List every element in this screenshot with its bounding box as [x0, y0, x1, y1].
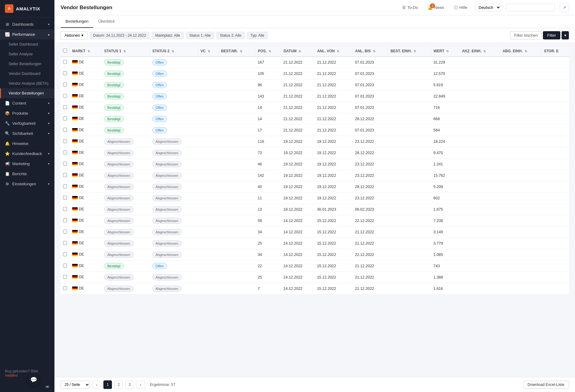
cell-akz-einh: [459, 249, 500, 261]
row-checkbox-cell[interactable]: [61, 80, 70, 91]
row-checkbox[interactable]: [63, 105, 67, 109]
sidebar-item-vendor-analyse[interactable]: Vendor Analyse (BETA): [0, 79, 54, 88]
tab-bestellungen[interactable]: Bestellungen: [61, 15, 93, 28]
col-pos[interactable]: POS. ⇅: [255, 46, 281, 57]
row-checkbox[interactable]: [63, 252, 67, 256]
prev-page-button[interactable]: ‹: [92, 380, 101, 389]
page-size-select[interactable]: 25 / Seite 50 / Seite 100 / Seite: [61, 381, 90, 389]
row-checkbox-cell[interactable]: [61, 238, 70, 249]
row-checkbox[interactable]: [63, 150, 67, 154]
row-checkbox[interactable]: [63, 162, 67, 166]
collapse-sidebar-button[interactable]: ≪: [0, 381, 54, 392]
sidebar-item-verfugbarkeit[interactable]: 🔧 Verfügbarkeit ▾: [0, 118, 54, 128]
sidebar-item-kundenfeedback[interactable]: ⭐ Kundenfeedback ▾: [0, 149, 54, 159]
row-checkbox-cell[interactable]: [61, 261, 70, 272]
sidebar-item-vendor-bestellungen[interactable]: Vendor Bestellungen: [0, 88, 54, 98]
sidebar-item-marketing[interactable]: 📢 Marketing ▾: [0, 159, 54, 169]
row-checkbox-cell[interactable]: [61, 215, 70, 227]
row-checkbox-cell[interactable]: [61, 125, 70, 136]
row-checkbox-cell[interactable]: [61, 227, 70, 238]
chat-bubble[interactable]: 💬: [28, 374, 40, 386]
col-best-einh[interactable]: BEST. EINH. ⇅: [388, 46, 431, 57]
row-checkbox[interactable]: [63, 139, 67, 143]
col-stor[interactable]: STOR. E: [541, 46, 569, 57]
actions-button[interactable]: Aktionen ▾: [61, 31, 87, 39]
row-checkbox-cell[interactable]: [61, 136, 70, 147]
row-checkbox-cell[interactable]: [61, 272, 70, 283]
row-checkbox-cell[interactable]: [61, 68, 70, 80]
sidebar-item-content[interactable]: 📄 Content ▾: [0, 98, 54, 108]
row-checkbox[interactable]: [63, 264, 67, 268]
row-checkbox-cell[interactable]: [61, 170, 70, 181]
select-all-header[interactable]: [61, 46, 70, 57]
sidebar-item-seller-dashboard[interactable]: Seller Dashboard: [0, 39, 54, 49]
row-checkbox-cell[interactable]: [61, 283, 70, 294]
row-checkbox-cell[interactable]: [61, 193, 70, 204]
col-vc[interactable]: VC ⇅: [198, 46, 218, 57]
row-checkbox[interactable]: [63, 275, 67, 279]
row-checkbox-cell[interactable]: [61, 102, 70, 113]
row-checkbox[interactable]: [63, 230, 67, 234]
row-checkbox[interactable]: [63, 196, 67, 200]
filter-expand-button[interactable]: ▾: [562, 31, 569, 39]
row-checkbox-cell[interactable]: [61, 91, 70, 102]
sidebar-item-hinweise[interactable]: 🔔 Hinweise: [0, 139, 54, 149]
row-checkbox[interactable]: [63, 207, 67, 211]
news-button[interactable]: 🔔 1 News: [425, 4, 447, 11]
select-all-checkbox[interactable]: [63, 49, 67, 53]
col-wert[interactable]: WERT ⇅: [431, 46, 459, 57]
external-link-button[interactable]: ↗: [560, 3, 569, 12]
row-checkbox[interactable]: [63, 241, 67, 245]
sidebar-item-sichtbarkeit[interactable]: 🔍 Sichtbarkeit ▾: [0, 128, 54, 139]
filter-button[interactable]: Filter: [543, 31, 560, 39]
sidebar-item-seller-analyse[interactable]: Seller Analyse: [0, 49, 54, 59]
page-1-button[interactable]: 1: [103, 380, 112, 389]
col-akz-einh[interactable]: AKZ. EINH. ⇅: [459, 46, 500, 57]
page-3-button[interactable]: 3: [125, 380, 134, 389]
search-input[interactable]: [506, 4, 555, 11]
sidebar-item-berichte[interactable]: 📋 Berichte: [0, 169, 54, 179]
row-checkbox[interactable]: [63, 128, 67, 132]
col-anl-bis[interactable]: ANL. BIS ⇅: [352, 46, 388, 57]
row-checkbox[interactable]: [63, 71, 67, 75]
tab-uberblick[interactable]: Überblick: [93, 15, 120, 28]
row-checkbox[interactable]: [63, 116, 67, 120]
row-checkbox-cell[interactable]: [61, 57, 70, 68]
row-checkbox[interactable]: [63, 286, 67, 290]
download-excel-button[interactable]: Download Excel-Liste: [523, 381, 569, 389]
sidebar-item-einstellungen[interactable]: ⚙ Einstellungen ▾: [0, 179, 54, 189]
row-checkbox[interactable]: [63, 173, 67, 177]
bug-link[interactable]: melden: [5, 373, 17, 378]
row-checkbox-cell[interactable]: [61, 159, 70, 170]
status1-badge: Abgeschlossen: [104, 161, 134, 167]
page-2-button[interactable]: 2: [114, 380, 123, 389]
row-checkbox-cell[interactable]: [61, 181, 70, 193]
row-checkbox[interactable]: [63, 184, 67, 188]
row-checkbox-cell[interactable]: [61, 147, 70, 159]
row-checkbox[interactable]: [63, 83, 67, 87]
col-datum[interactable]: DATUM ⇅: [281, 46, 315, 57]
language-select[interactable]: Deutsch English: [475, 3, 501, 12]
row-checkbox-cell[interactable]: [61, 249, 70, 261]
row-checkbox-cell[interactable]: [61, 204, 70, 215]
next-page-button[interactable]: ›: [136, 380, 145, 389]
col-status1[interactable]: STATUS 1 ⇅: [102, 46, 150, 57]
col-status2[interactable]: STATUS 2 ⇅: [150, 46, 198, 57]
col-bestnr[interactable]: BEST.NR. ⇅: [218, 46, 255, 57]
filter-loschen-button[interactable]: Filter löschen: [510, 31, 542, 39]
row-checkbox-cell[interactable]: [61, 113, 70, 125]
todo-button[interactable]: ☰ To-Do: [400, 4, 421, 11]
hilfe-button[interactable]: ⓘ Hilfe: [451, 4, 470, 12]
sidebar-item-vendor-dashboard[interactable]: Vendor Dashboard: [0, 69, 54, 79]
status1-badge: Abgeschlossen: [104, 240, 134, 246]
col-abg-einh[interactable]: ABG. EINH. ⇅: [500, 46, 541, 57]
sidebar-item-produkte[interactable]: 📦 Produkte ▾: [0, 108, 54, 118]
row-checkbox[interactable]: [63, 60, 67, 64]
sidebar-item-performance[interactable]: 📈 Performance ▴: [0, 29, 54, 39]
col-anl-von[interactable]: ANL. VON ⇅: [314, 46, 352, 57]
sidebar-item-seller-bestellungen[interactable]: Seller Bestellungen: [0, 59, 54, 69]
sidebar-item-dashboards[interactable]: ⊞ Dashboards ▾: [0, 19, 54, 29]
col-markt[interactable]: MARKT ⇅: [70, 46, 102, 57]
row-checkbox[interactable]: [63, 218, 67, 222]
row-checkbox[interactable]: [63, 94, 67, 98]
